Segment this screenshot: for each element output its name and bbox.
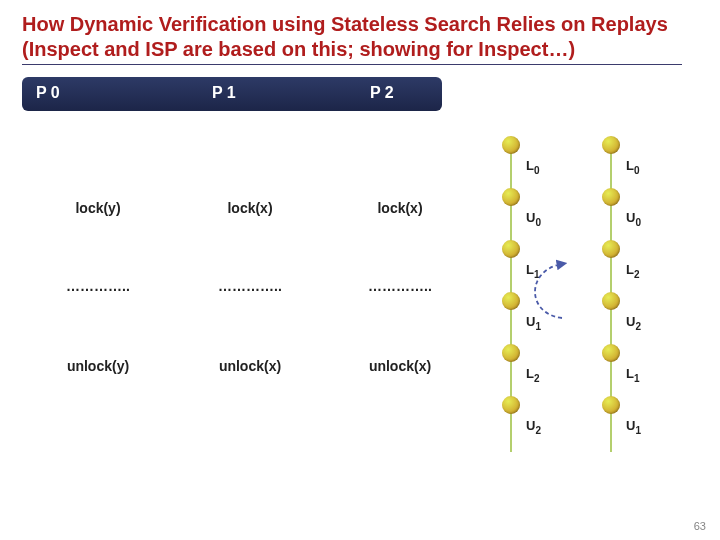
col-header-p2: P 2 [370,84,394,102]
trace-left-lab4: L2 [526,366,540,384]
process-header-bar: P 0 P 1 P 2 [22,77,442,111]
p2-row0: lock(x) [340,200,460,216]
trace-right-lab3: U2 [626,314,641,332]
trace-right-lab4: L1 [626,366,640,384]
slide: How Dynamic Verification using Stateless… [0,0,720,540]
bead-icon [502,240,520,258]
bead-icon [502,136,520,154]
trace-diagram: L0 U0 L1 U1 L2 U2 L0 U0 L2 U2 L1 U1 [480,140,690,500]
p2-row1: ………….. [340,278,460,294]
page-number: 63 [694,520,706,532]
trace-right-lab1: U0 [626,210,641,228]
bead-icon [502,344,520,362]
trace-left-lab1: U0 [526,210,541,228]
trace-left-lab3: U1 [526,314,541,332]
bead-icon [602,344,620,362]
bead-icon [502,396,520,414]
bead-icon [602,240,620,258]
p1-row2: unlock(x) [190,358,310,374]
trace-right-lab2: L2 [626,262,640,280]
col-header-p0: P 0 [36,84,60,102]
bead-icon [502,292,520,310]
trace-right-lab5: U1 [626,418,641,436]
trace-right-lab0: L0 [626,158,640,176]
trace-left-lab5: U2 [526,418,541,436]
col-header-p1: P 1 [212,84,236,102]
p0-row0: lock(y) [38,200,158,216]
p0-row2: unlock(y) [38,358,158,374]
trace-left-lab0: L0 [526,158,540,176]
p2-row2: unlock(x) [340,358,460,374]
bead-icon [602,292,620,310]
slide-title: How Dynamic Verification using Stateless… [22,12,698,62]
bead-icon [602,136,620,154]
p1-row0: lock(x) [190,200,310,216]
bead-icon [602,188,620,206]
p0-row1: ………….. [38,278,158,294]
title-underline [22,64,682,65]
bead-icon [602,396,620,414]
bead-icon [502,188,520,206]
p1-row1: ………….. [190,278,310,294]
trace-left-lab2: L1 [526,262,540,280]
